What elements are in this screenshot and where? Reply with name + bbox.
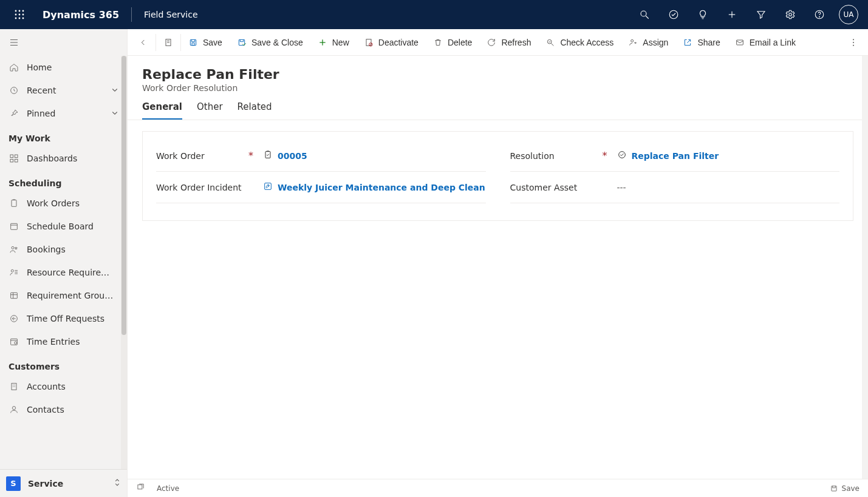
sidebar-item-label: Bookings (27, 245, 118, 254)
sidebar-item-label: Recent (27, 86, 104, 95)
sidebar-item-recent[interactable]: Recent (0, 79, 127, 102)
sidebar-item-label: Pinned (27, 109, 104, 118)
save-close-button[interactable]: Save & Close (230, 29, 310, 56)
person-icon (9, 405, 19, 414)
sidebar-item-timeentries[interactable]: Time Entries (0, 330, 127, 353)
field-value-link[interactable]: 00005 (278, 151, 307, 161)
sidebar-item-resourcereq[interactable]: Resource Require… (0, 261, 127, 284)
group-icon (9, 291, 19, 300)
delete-button[interactable]: Delete (426, 29, 479, 56)
email-link-button[interactable]: Email a Link (728, 29, 803, 56)
sidebar-item-label: Time Entries (27, 337, 118, 347)
user-avatar[interactable]: UA (839, 5, 858, 24)
svg-rect-26 (11, 223, 18, 229)
clipboard-icon (263, 150, 273, 161)
popout-icon[interactable] (136, 483, 145, 493)
area-switcher[interactable]: S Service (0, 469, 127, 497)
form-card: Work Order * 00005 Resolution * (142, 131, 853, 221)
sidebar-item-reqgroup[interactable]: Requirement Grou… (0, 284, 127, 307)
app-name[interactable]: Field Service (135, 10, 207, 19)
sidebar-group-mywork: My Work (0, 125, 127, 147)
building-icon (9, 382, 19, 391)
overflow-button[interactable] (842, 29, 864, 56)
field-resolution[interactable]: Resolution * Replace Pan Filter (510, 140, 840, 172)
svg-point-7 (19, 18, 21, 19)
svg-rect-50 (192, 42, 194, 45)
person-list-icon (9, 268, 19, 277)
wrench-icon (263, 181, 273, 193)
page-subtitle: Work Order Resolution (142, 83, 853, 93)
svg-point-62 (853, 42, 854, 43)
svg-point-29 (11, 269, 13, 272)
back-button[interactable] (131, 29, 155, 56)
app-launcher-icon[interactable] (5, 10, 34, 19)
timeoff-icon (9, 314, 19, 323)
sidebar-item-bookings[interactable]: Bookings (0, 238, 127, 261)
svg-line-58 (552, 43, 554, 46)
add-icon[interactable] (717, 0, 747, 29)
deactivate-button[interactable]: Deactivate (357, 29, 426, 56)
sidebar-item-label: Dashboards (27, 154, 118, 163)
chevron-down-icon (111, 109, 118, 118)
search-icon[interactable] (630, 0, 659, 29)
field-label: Work Order (156, 151, 205, 161)
global-header: Dynamics 365 Field Service UA (0, 0, 868, 29)
svg-point-0 (15, 10, 17, 12)
pin-icon (9, 109, 19, 118)
sidebar-item-pinned[interactable]: Pinned (0, 102, 127, 125)
gear-icon[interactable] (776, 0, 805, 29)
svg-point-63 (853, 44, 854, 46)
tab-general[interactable]: General (142, 101, 182, 120)
check-circle-icon (617, 150, 627, 161)
svg-rect-25 (12, 200, 16, 207)
sidebar-item-dashboards[interactable]: Dashboards (0, 147, 127, 170)
filter-icon[interactable] (747, 0, 776, 29)
content-scrollbar[interactable] (862, 56, 868, 479)
nav-toggle-icon[interactable] (0, 29, 127, 56)
svg-point-14 (789, 13, 792, 16)
form-selector-button[interactable] (156, 29, 180, 56)
svg-rect-51 (239, 39, 244, 45)
field-customer-asset[interactable]: Customer Asset --- (510, 172, 840, 203)
sidebar-item-accounts[interactable]: Accounts (0, 375, 127, 398)
sidebar-item-label: Requirement Grou… (27, 291, 118, 300)
sidebar-item-contacts[interactable]: Contacts (0, 398, 127, 421)
help-icon[interactable] (805, 0, 834, 29)
new-button[interactable]: New (310, 29, 357, 56)
task-check-icon[interactable] (659, 0, 688, 29)
field-work-order[interactable]: Work Order * 00005 (156, 140, 486, 172)
field-work-order-incident[interactable]: Work Order Incident Weekly Juicer Mainte… (156, 172, 486, 203)
svg-rect-21 (10, 155, 13, 158)
calendar-icon (9, 221, 19, 231)
footer-save-button[interactable]: Save (830, 484, 859, 493)
svg-point-45 (12, 407, 15, 410)
share-button[interactable]: Share (675, 29, 727, 56)
sidebar-item-scheduleboard[interactable]: Schedule Board (0, 215, 127, 238)
sidebar-item-home[interactable]: Home (0, 56, 127, 79)
svg-rect-33 (11, 292, 18, 298)
sidebar-item-label: Schedule Board (27, 221, 118, 231)
sidebar-item-workorders[interactable]: Work Orders (0, 192, 127, 215)
lightbulb-icon[interactable] (688, 0, 717, 29)
tab-related[interactable]: Related (238, 101, 272, 120)
field-value-link[interactable]: Weekly Juicer Maintenance and Deep Clean (278, 183, 485, 192)
sidebar-item-timeoff[interactable]: Time Off Requests (0, 307, 127, 330)
save-button[interactable]: Save (181, 29, 230, 56)
tab-other[interactable]: Other (197, 101, 223, 120)
required-indicator: * (603, 150, 613, 161)
field-label: Work Order Incident (156, 183, 242, 192)
header-divider (131, 7, 132, 22)
updown-icon (114, 478, 121, 489)
sidebar: Home Recent Pinned My Work Dashboards Sc… (0, 29, 128, 497)
refresh-button[interactable]: Refresh (479, 29, 538, 56)
sidebar-scrollbar-thumb[interactable] (121, 56, 126, 335)
field-value-link[interactable]: Replace Pan Filter (632, 151, 719, 161)
header-icon-group: UA (630, 0, 863, 29)
assign-button[interactable]: Assign (621, 29, 675, 56)
check-access-button[interactable]: Check Access (538, 29, 621, 56)
dashboard-icon (9, 154, 19, 163)
timeentry-icon (9, 337, 19, 347)
svg-point-61 (853, 39, 854, 40)
brand-name[interactable]: Dynamics 365 (34, 9, 128, 21)
sidebar-item-label: Time Off Requests (27, 314, 118, 323)
